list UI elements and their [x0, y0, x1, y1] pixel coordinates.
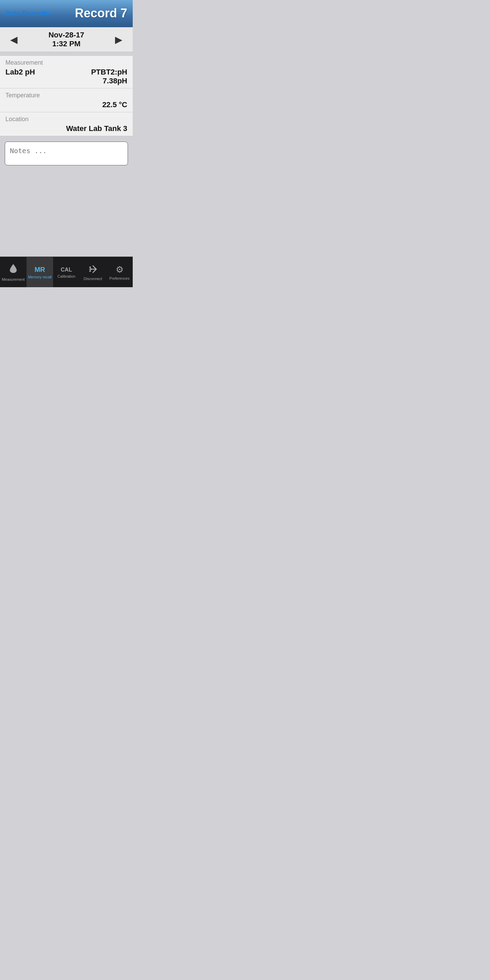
tab-memory-recall[interactable]: MR Memory recall: [27, 257, 53, 287]
memory-recall-icon: MR: [34, 266, 45, 274]
temperature-value: 22.5 °C: [5, 100, 127, 109]
prev-record-button[interactable]: ◀: [7, 33, 21, 47]
main-content-area: [0, 170, 133, 256]
spacer: [0, 52, 133, 56]
ph-value: 7.38pH: [103, 76, 127, 85]
notes-container: [0, 138, 133, 170]
location-value: Water Lab Tank 3: [5, 124, 127, 133]
measurement-label: Measurement: [5, 59, 127, 66]
calibration-tab-label: Calibration: [57, 274, 76, 278]
notes-input[interactable]: [5, 142, 128, 165]
tab-bar: Measurement MR Memory recall CAL Calibra…: [0, 256, 133, 287]
date-navigation: ◀ Nov-28-17 1:32 PM ▶: [0, 27, 133, 52]
preferences-icon: ⚙: [116, 264, 124, 275]
temperature-row: Temperature 22.5 °C: [0, 89, 133, 112]
tab-measurement[interactable]: Measurement: [0, 257, 27, 287]
memory-recall-tab-label: Memory recall: [28, 275, 51, 279]
tab-calibration[interactable]: CAL Calibration: [53, 257, 80, 287]
preferences-tab-label: Preferences: [109, 276, 129, 280]
page-title: Record 7: [75, 6, 127, 21]
time-value: 1:32 PM: [48, 40, 84, 48]
location-label: Location: [5, 116, 127, 123]
measurement-type: PTBT2:pH: [91, 68, 127, 76]
disconnect-tab-label: Disconnect: [84, 277, 102, 281]
location-row: Location Water Lab Tank 3: [0, 112, 133, 136]
back-button[interactable]: Data Records: [5, 10, 49, 18]
date-display: Nov-28-17 1:32 PM: [48, 30, 84, 48]
date-value: Nov-28-17: [48, 30, 84, 40]
calibration-icon: CAL: [61, 267, 72, 273]
measurement-icon: [9, 263, 18, 276]
temperature-label: Temperature: [5, 92, 127, 99]
tab-preferences[interactable]: ⚙ Preferences: [106, 257, 133, 287]
measurement-tab-label: Measurement: [2, 277, 24, 282]
measurement-row: Measurement Lab2 pH PTBT2:pH 7.38pH: [0, 56, 133, 89]
tab-disconnect[interactable]: Disconnect: [80, 257, 106, 287]
next-record-button[interactable]: ▶: [111, 33, 126, 47]
measurement-name: Lab2 pH: [5, 68, 35, 76]
data-records-section: Measurement Lab2 pH PTBT2:pH 7.38pH Temp…: [0, 56, 133, 136]
header: Data Records Record 7: [0, 0, 133, 27]
disconnect-icon: [88, 264, 98, 275]
